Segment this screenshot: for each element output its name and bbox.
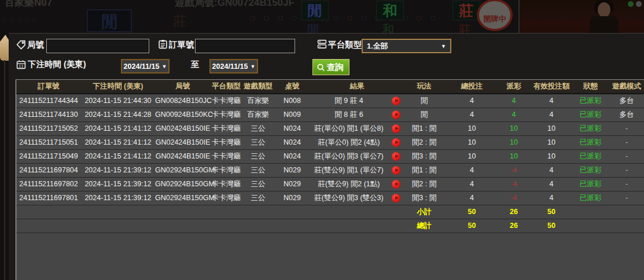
cell-replay (388, 94, 404, 108)
cell-result: 莊(單公0) 閒3 (單公7) (310, 149, 388, 163)
cell-status: 已派彩 (575, 135, 606, 149)
col-header-8: 總投注 (444, 80, 499, 94)
cell-status: 已派彩 (575, 163, 606, 177)
cell-result: 莊(雙公9) 閒2 (1點) (310, 177, 388, 191)
subtotal-bet: 50 (444, 205, 499, 219)
cell-game: 三公 (242, 149, 274, 163)
cell-platform: 卡卡灣廳 (211, 121, 242, 135)
platform-type-select[interactable]: 1.全部 ▼ (362, 39, 451, 53)
cell-payout: 4 (499, 94, 528, 108)
cell-play: 閒3 : 閒 (404, 149, 444, 163)
cell-payout: 10 (499, 135, 528, 149)
cell-game: 百家樂 (242, 108, 274, 121)
search-button[interactable]: 查詢 (312, 59, 349, 75)
cell-game: 三公 (242, 191, 274, 205)
cell-mode: - (606, 177, 644, 191)
col-header-2: 局號 (155, 80, 211, 94)
cell-valid: 10 (528, 121, 575, 135)
bet-record-row: 2411152117150522024-11-15 21:41:12GN0242… (16, 121, 644, 135)
game-backdrop: 百家樂N07 遊戲局號:GN00724B150JF 閒 莊 閒 閒 和 和 莊 … (0, 0, 644, 33)
cell-game: 百家樂 (242, 94, 274, 108)
cell-time: 2024-11-15 21:41:12 (81, 135, 155, 149)
cell-bet: 4 (444, 94, 499, 108)
cell-play: 閒2 : 閒 (404, 135, 444, 149)
cell-result: 莊(單公0) 閒1 (單公8) (310, 121, 388, 135)
replay-video-icon[interactable] (392, 180, 400, 189)
replay-video-icon[interactable] (392, 124, 400, 133)
cell-round: GN02924B150GM (155, 163, 211, 177)
cell-round: GN02924B150GM (155, 177, 211, 191)
search-icon (317, 63, 325, 72)
cell-table: N009 (274, 108, 310, 121)
date-to-select[interactable]: 2024/11/15 ▼ (209, 59, 258, 73)
cell-mode: - (606, 163, 644, 177)
cell-payout: -4 (499, 163, 528, 177)
cell-mode: - (606, 191, 644, 205)
date-to-value: 2024/11/15 (212, 62, 248, 71)
table-header-row: 訂單號下注時間 (美東)局號平台類型遊戲類型桌號結果玩法總投注派彩有效投注額狀態… (16, 80, 644, 94)
cell-replay (388, 121, 404, 135)
bet-record-row: 2411152117150492024-11-15 21:41:12GN0242… (16, 149, 644, 163)
bet-record-row: 2411152116978012024-11-15 21:39:12GN0292… (16, 191, 644, 205)
cell-play: 閒 (404, 108, 444, 121)
cell-status: 已派彩 (575, 177, 606, 191)
cell-play: 閒1 : 閒 (404, 163, 444, 177)
cell-table: N024 (274, 121, 310, 135)
replay-video-icon[interactable] (392, 194, 400, 202)
col-header-7: 玩法 (404, 80, 444, 94)
col-header-11: 狀態 (575, 80, 606, 94)
replay-video-icon[interactable] (392, 138, 400, 147)
order-no-label: 訂單號 (169, 39, 194, 50)
col-header-5: 桌號 (274, 80, 310, 94)
round-no-input[interactable] (46, 39, 149, 53)
cell-result: 閒 9 莊 4 (310, 94, 388, 108)
col-header-9: 派彩 (499, 80, 528, 94)
bet-history-panel: 局號 訂單號 平台類型 1.全部 ▼ 下注時間 (美東) 2024/11/15 … (9, 33, 644, 280)
cell-platform: 卡卡灣廳 (211, 108, 242, 121)
cell-order: 241115211697804 (16, 163, 81, 177)
cell-bet: 10 (444, 135, 499, 149)
cell-play: 閒2 : 閒 (404, 177, 444, 191)
chevron-down-icon: ▼ (250, 64, 255, 69)
col-header-0: 訂單號 (16, 80, 81, 94)
col-header-12: 遊戲模式 (606, 80, 644, 94)
cell-round: GN00824B150JC (155, 94, 211, 108)
total-bet: 50 (444, 219, 499, 233)
replay-video-icon[interactable] (392, 110, 400, 119)
order-no-input[interactable] (195, 39, 295, 53)
chevron-down-icon: ▼ (161, 64, 167, 69)
bet-record-row: 2411152117150512024-11-15 21:41:12GN0242… (16, 135, 644, 149)
cell-time: 2024-11-15 21:41:12 (81, 149, 155, 163)
cell-play: 閒 (404, 94, 444, 108)
total-valid: 50 (528, 219, 575, 233)
cell-play: 閒3 : 閒 (404, 191, 444, 205)
cell-time: 2024-11-15 21:44:28 (81, 108, 155, 121)
replay-video-icon[interactable] (392, 166, 400, 175)
subtotal-label: 小計 (404, 205, 444, 219)
cell-valid: 10 (528, 135, 575, 149)
cell-payout: 4 (499, 108, 528, 121)
replay-video-icon[interactable] (392, 97, 400, 105)
replay-video-icon[interactable] (392, 152, 400, 161)
cell-table: N008 (274, 94, 310, 108)
cell-result: 莊(雙公9) 閒3 (雙公3) (310, 191, 388, 205)
cell-order: 241115211697802 (16, 177, 81, 191)
cell-platform: 卡卡灣廳 (211, 149, 242, 163)
col-header-10: 有效投注額 (528, 80, 575, 94)
cell-status: 已派彩 (575, 121, 606, 135)
cell-bet: 10 (444, 121, 499, 135)
cell-payout: -4 (499, 177, 528, 191)
cell-table: N029 (274, 177, 310, 191)
date-from-select[interactable]: 2024/11/15 ▼ (121, 59, 170, 73)
cell-order: 241115211715051 (16, 135, 81, 149)
cell-order: 241115211744130 (16, 108, 81, 121)
cell-time: 2024-11-15 21:39:12 (81, 191, 155, 205)
platform-type-value: 1.全部 (367, 41, 388, 51)
platform-type-icon (317, 39, 327, 49)
cell-replay (388, 135, 404, 149)
cell-platform: 卡卡灣廳 (211, 135, 242, 149)
cell-round: GN02424B150IE (155, 149, 211, 163)
cell-round: GN02424B150IE (155, 135, 211, 149)
cell-bet: 4 (444, 177, 499, 191)
cell-game: 三公 (242, 135, 274, 149)
